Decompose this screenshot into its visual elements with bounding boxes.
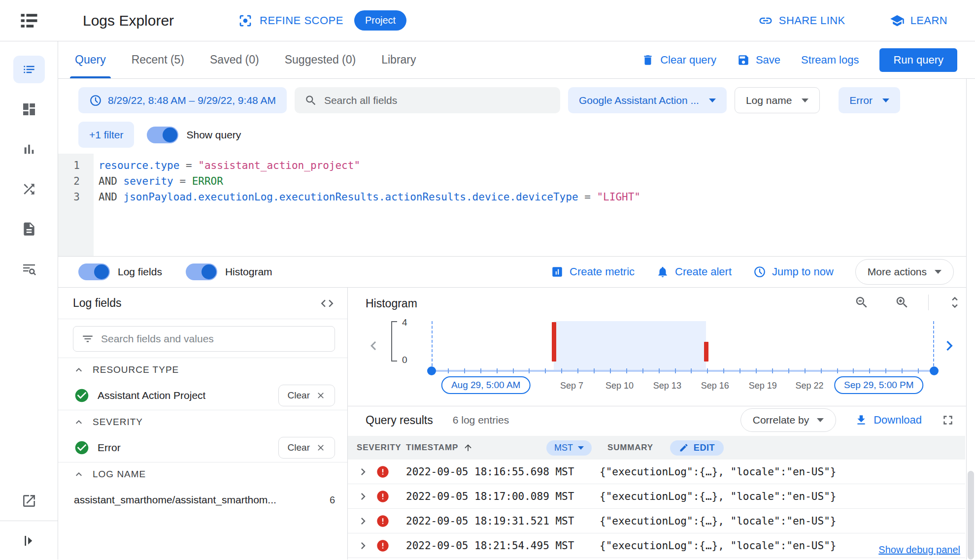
severity-filter-dropdown[interactable]: Error [839, 87, 900, 113]
slider-tick [675, 368, 676, 373]
vertical-scrollbar[interactable] [966, 79, 975, 560]
resource-filter-dropdown[interactable]: Google Assistant Action ... [568, 87, 727, 113]
query-tab[interactable]: Library [369, 41, 429, 78]
query-tab[interactable]: Query [62, 41, 119, 78]
slider-tick [821, 368, 822, 373]
time-range-filter[interactable]: 8/29/22, 8:48 AM – 9/29/22, 9:48 AM [78, 87, 287, 113]
filter-list-icon [81, 332, 94, 345]
sidebar-item-logs-dashboard[interactable] [13, 96, 45, 123]
log-entry-row[interactable]: 2022-09-05 18:17:00.089 MST {"executionL… [348, 484, 965, 509]
fullscreen-button[interactable] [941, 413, 955, 428]
editor-code[interactable]: resource.type = "assistant_action_projec… [94, 154, 975, 256]
log-fields-section-header[interactable]: SEVERITY [58, 410, 347, 433]
share-link-button[interactable]: SHARE LINK [758, 13, 845, 28]
correlate-by-dropdown[interactable]: Correlate by [740, 408, 836, 432]
stream-logs-button[interactable]: Stream logs [801, 54, 859, 66]
download-button[interactable]: Download [855, 414, 922, 427]
query-tab[interactable]: Recent (5) [119, 41, 197, 78]
selection-region[interactable] [554, 321, 706, 370]
chevron-down-icon [578, 446, 584, 450]
log-entry-row[interactable]: 2022-09-05 18:16:55.698 MST {"executionL… [348, 460, 965, 484]
slider-tick [740, 368, 740, 373]
histogram-title: Histogram [366, 297, 417, 310]
run-query-button[interactable]: Run query [879, 48, 957, 72]
chevron-down-icon [802, 99, 808, 102]
expand-row-icon[interactable] [356, 539, 370, 553]
search-all-fields-input[interactable] [324, 95, 550, 106]
log-summary: {"executionLog":{…}, "locale":"en-US"} [600, 515, 965, 527]
log-fields-toggle[interactable] [78, 264, 110, 280]
range-end-pill[interactable]: Sep 29, 5:00 PM [834, 376, 924, 394]
expand-histogram-button[interactable] [947, 295, 962, 310]
error-severity-icon [375, 539, 390, 553]
query-line: AND jsonPayload.executionLog.executionRe… [99, 189, 975, 205]
timezone-dropdown[interactable]: MST [546, 440, 592, 456]
slider-tick [513, 368, 514, 373]
time-axis-labels: Aug 29, 5:00 AM Sep 29, 5:00 PM Sep 7Sep… [432, 376, 934, 398]
log-fields-section-header[interactable]: LOG NAME [58, 462, 347, 486]
query-tab[interactable]: Suggested (0) [272, 41, 369, 78]
log-fields-search-input[interactable] [101, 333, 327, 345]
sort-ascending-icon[interactable] [463, 443, 473, 453]
sidebar-item-logs-storage[interactable] [13, 215, 45, 243]
log-entry-row[interactable]: 2022-09-05 18:19:31.521 MST {"executionL… [348, 509, 965, 533]
query-tab[interactable]: Saved (0) [197, 41, 272, 78]
more-filters-button[interactable]: +1 filter [78, 122, 134, 148]
logs-explorer-app: Logs Explorer REFINE SCOPE Project SHARE… [0, 0, 975, 560]
log-fields-section-header[interactable]: RESOURCE TYPE [58, 358, 347, 381]
column-timestamp[interactable]: TIMESTAMP [406, 443, 458, 453]
learn-button[interactable]: LEARN [890, 13, 947, 28]
edit-summary-button[interactable]: EDIT [670, 440, 724, 456]
slider-tick [869, 368, 870, 373]
log-entry-row[interactable]: 2022-09-05 18:21:54.495 MST {"executionL… [348, 533, 965, 558]
slider-tick [707, 368, 708, 373]
slider-tick [853, 368, 854, 373]
code-brackets-icon[interactable] [320, 296, 335, 311]
expand-panel-button[interactable] [13, 527, 45, 555]
slider-start-handle[interactable] [427, 366, 436, 375]
zoom-in-button[interactable] [895, 295, 909, 310]
jump-to-now-label: Jump to now [772, 265, 834, 278]
expand-row-icon[interactable] [356, 465, 370, 479]
expand-row-icon[interactable] [356, 490, 370, 503]
slider-end-handle[interactable] [930, 366, 939, 375]
expand-row-icon[interactable] [356, 514, 370, 528]
clear-filter-button[interactable]: Clear [278, 385, 335, 406]
pan-right-button[interactable] [940, 336, 959, 356]
sidebar-item-log-analytics[interactable] [13, 255, 45, 283]
log-fields-item[interactable]: Assistant Action Project Clear [58, 381, 347, 410]
scrollbar-thumb[interactable] [968, 471, 974, 560]
jump-to-now-button[interactable]: Jump to now [753, 265, 834, 278]
show-debug-panel-link[interactable]: Show debug panel [874, 544, 960, 556]
cloud-logging-logo[interactable] [0, 0, 58, 41]
create-alert-button[interactable]: Create alert [656, 265, 732, 278]
time-axis-tick-label: Sep 22 [796, 381, 824, 391]
create-metric-button[interactable]: Create metric [551, 265, 635, 278]
refine-scope-button[interactable]: REFINE SCOPE [238, 13, 343, 28]
log-fields-item[interactable]: Error Clear [58, 433, 347, 462]
time-slider-track[interactable] [432, 370, 934, 372]
sidebar-item-compose[interactable] [13, 487, 45, 515]
log-fields-item[interactable]: assistant_smarthome/assistant_smarthom..… [58, 486, 347, 514]
log-timestamp: 2022-09-05 18:16:55.698 MST [406, 466, 600, 478]
log-name-filter-dropdown[interactable]: Log name [735, 87, 820, 113]
pan-left-button[interactable] [365, 337, 382, 355]
refine-scope-icon [238, 13, 253, 28]
sidebar-item-logs-based-metrics[interactable] [13, 135, 45, 163]
zoom-out-button[interactable] [854, 295, 869, 310]
clear-query-button[interactable]: Clear query [641, 54, 716, 66]
more-actions-button[interactable]: More actions [855, 259, 954, 285]
histogram-toggle[interactable] [186, 264, 217, 280]
clear-filter-button[interactable]: Clear [278, 437, 335, 459]
show-query-toggle[interactable] [147, 127, 178, 143]
sidebar-item-logs-explorer[interactable] [13, 56, 45, 83]
save-button[interactable]: Save [737, 54, 780, 66]
time-axis-tick-label: Sep 10 [605, 381, 634, 391]
query-editor[interactable]: 123 resource.type = "assistant_action_pr… [58, 154, 975, 256]
histogram-chart: 4 0 [348, 310, 975, 406]
project-scope-badge[interactable]: Project [354, 10, 406, 31]
sidebar-item-log-router[interactable] [13, 175, 45, 203]
chevron-up-icon [73, 468, 85, 480]
histogram-plot[interactable] [432, 322, 934, 362]
range-start-pill[interactable]: Aug 29, 5:00 AM [441, 376, 531, 394]
